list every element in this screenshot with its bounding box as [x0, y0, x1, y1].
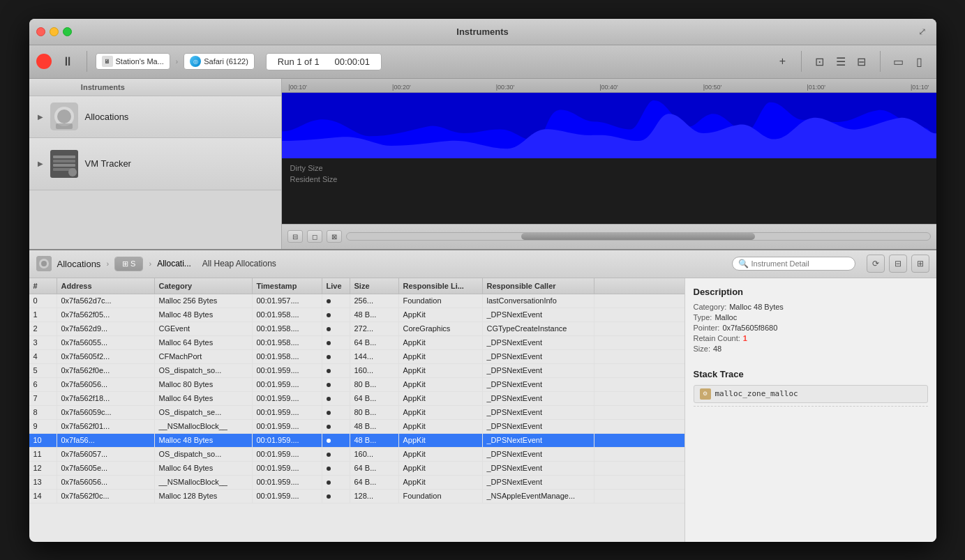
detail-right-buttons: ⟳ ⊟ ⊞: [867, 255, 929, 273]
table-cell: 64 B...: [350, 476, 399, 489]
table-cell: 0x7fa56055...: [57, 336, 155, 349]
layout-1-button[interactable]: ⊟: [889, 255, 907, 273]
table-cell: 00:01.959....: [253, 378, 322, 391]
detail-instrument-title: Allocations: [57, 259, 101, 269]
table-cell: 7: [29, 392, 57, 405]
target-app-selector[interactable]: ◎ Safari (6122): [184, 53, 255, 70]
record-button[interactable]: [36, 54, 52, 69]
table-cell: 4: [29, 350, 57, 363]
stack-frame[interactable]: ⚙ malloc_zone_malloc: [694, 385, 928, 403]
table-cell: [322, 434, 350, 447]
live-indicator: [327, 313, 331, 317]
table-cell: 0x7fa56056...: [57, 476, 155, 489]
table-cell: Malloc 48 Bytes: [155, 308, 253, 321]
table-cell: [322, 392, 350, 405]
pause-button[interactable]: ⏸: [57, 53, 78, 70]
table-row[interactable]: 50x7fa562f0e...OS_dispatch_so...00:01.95…: [29, 364, 685, 378]
svg-rect-6: [53, 160, 75, 162]
zoom-out-button[interactable]: ⊟: [287, 230, 303, 243]
desc-category-value: Malloc 48 Bytes: [729, 303, 784, 311]
minimize-button[interactable]: [50, 27, 59, 36]
table-row[interactable]: 00x7fa562d7c...Malloc 256 Bytes00:01.957…: [29, 294, 685, 308]
live-indicator: [327, 439, 331, 443]
history-button[interactable]: ⟳: [867, 255, 885, 273]
vm-expand-arrow[interactable]: ▶: [38, 160, 43, 167]
table-cell: _DPSNextEvent: [483, 476, 594, 489]
table-container: # Address Category Timestamp Live Size R…: [29, 278, 936, 542]
instruments-header: Allocations Instruments: [29, 79, 281, 96]
table-row[interactable]: 30x7fa56055...Malloc 64 Bytes00:01.958..…: [29, 336, 685, 350]
dirty-size-label: Dirty Size: [290, 164, 928, 172]
description-section: Description Category: Malloc 48 Bytes Ty…: [694, 287, 928, 355]
desc-size-label: Size:: [694, 345, 710, 353]
view-mode-2-button[interactable]: ☰: [831, 52, 851, 71]
table-row[interactable]: 110x7fa56057...OS_dispatch_so...00:01.95…: [29, 448, 685, 462]
table-cell: 64 B...: [350, 462, 399, 475]
table-row[interactable]: 10x7fa562f05...Malloc 48 Bytes00:01.958.…: [29, 308, 685, 322]
table-cell: Foundation: [399, 490, 483, 503]
right-panel-button[interactable]: ▯: [910, 52, 929, 71]
table-cell: [322, 406, 350, 419]
table-row[interactable]: 130x7fa56056...__NSMallocBlock__00:01.95…: [29, 476, 685, 490]
zoom-fit-button[interactable]: ⊠: [327, 230, 342, 243]
segment-btn-1[interactable]: ⊞ S: [115, 257, 142, 271]
table-cell: 00:01.959....: [253, 434, 322, 447]
table-row[interactable]: 20x7fa562d9...CGEvent00:01.958....272...…: [29, 322, 685, 336]
vm-tracker-chart: Dirty Size Resident Size: [282, 158, 936, 224]
window-title: Instruments: [456, 27, 508, 37]
table-row[interactable]: 80x7fa56059c...OS_dispatch_se...00:01.95…: [29, 406, 685, 420]
table-cell: _DPSNextEvent: [483, 434, 594, 447]
search-input[interactable]: [751, 259, 849, 268]
table-cell: 00:01.958....: [253, 350, 322, 363]
close-button[interactable]: [36, 27, 45, 36]
table-row[interactable]: 100x7fa56...Malloc 48 Bytes00:01.959....…: [29, 434, 685, 448]
table-row[interactable]: 40x7fa5605f2...CFMachPort00:01.958....14…: [29, 350, 685, 364]
search-box[interactable]: 🔍: [732, 257, 855, 271]
live-indicator: [327, 397, 331, 401]
desc-size-row: Size: 48: [694, 345, 928, 353]
target-machine-selector[interactable]: 🖥 Station's Ma...: [96, 53, 170, 70]
table-cell: 13: [29, 476, 57, 489]
expand-icon[interactable]: ⤢: [918, 26, 929, 37]
table-row[interactable]: 90x7fa562f01...__NSMallocBlock__00:01.95…: [29, 420, 685, 434]
svg-rect-5: [53, 156, 75, 158]
left-panel-button[interactable]: ▭: [889, 52, 908, 71]
table-cell: OS_dispatch_so...: [155, 364, 253, 377]
table-cell: [322, 350, 350, 363]
table-cell: lastConversationInfo: [483, 294, 594, 308]
view-mode-3-button[interactable]: ⊟: [852, 52, 872, 71]
allocations-instrument-row[interactable]: ▶ Allocations: [29, 96, 281, 138]
layout-2-button[interactable]: ⊞: [911, 255, 929, 273]
table-cell: AppKit: [399, 378, 483, 391]
toolbar-divider: [87, 51, 87, 72]
timer-display: 00:00:01: [334, 56, 370, 67]
vm-labels: Dirty Size Resident Size: [282, 158, 936, 192]
vm-tracker-instrument-row[interactable]: ▶ VM Tracker: [29, 138, 281, 190]
table-row[interactable]: 70x7fa562f18...Malloc 64 Bytes00:01.959.…: [29, 392, 685, 406]
table-cell: _NSAppleEventManage...: [483, 490, 594, 503]
table-row[interactable]: 60x7fa56056...Malloc 80 Bytes00:01.959..…: [29, 378, 685, 392]
timeline-scrollbar[interactable]: [346, 232, 931, 241]
table-cell: AppKit: [399, 336, 483, 349]
view-mode-1-button[interactable]: ⊡: [810, 52, 830, 71]
table-cell: 64 B...: [350, 336, 399, 349]
expand-arrow[interactable]: ▶: [38, 113, 43, 121]
vm-tracker-label: VM Tracker: [85, 158, 131, 169]
svg-point-13: [41, 261, 47, 266]
table-cell: [322, 378, 350, 391]
detail-area: Allocations › ⊞ S › Allocati... All Heap…: [29, 249, 936, 542]
timeline-area: |00:10' |00:20' |00:30' |00:40' |00:50' …: [282, 79, 936, 249]
table-cell: AppKit: [399, 462, 483, 475]
table-body: 00x7fa562d7c...Malloc 256 Bytes00:01.957…: [29, 294, 685, 504]
table-row[interactable]: 140x7fa562f0c...Malloc 128 Bytes00:01.95…: [29, 490, 685, 504]
detail-instrument-icon: [36, 256, 52, 271]
desc-retain-value: 1: [743, 334, 747, 342]
timeline-controls: ⊟ ◻ ⊠: [282, 224, 936, 249]
table-cell: 3: [29, 336, 57, 349]
add-instrument-button[interactable]: +: [773, 52, 793, 71]
table-cell: __NSMallocBlock__: [155, 420, 253, 433]
maximize-button[interactable]: [63, 27, 72, 36]
table-row[interactable]: 120x7fa5605e...Malloc 64 Bytes00:01.959.…: [29, 462, 685, 476]
table-cell: _DPSNextEvent: [483, 406, 594, 419]
zoom-normal-button[interactable]: ◻: [307, 230, 322, 243]
